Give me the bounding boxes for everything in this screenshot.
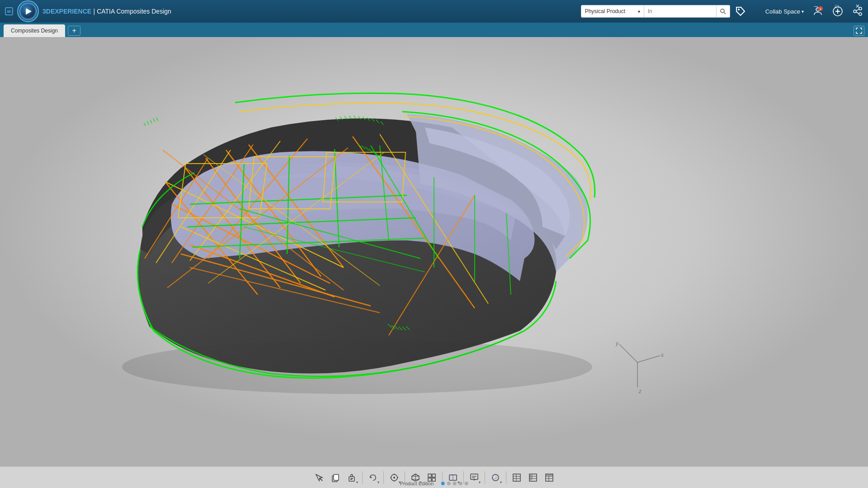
3d-model-view: y x z: [0, 37, 868, 466]
restore-button[interactable]: □: [826, 0, 847, 13]
table-rows-tool[interactable]: [509, 470, 524, 485]
fullscreen-icon: [856, 28, 862, 34]
app-title: 3DEXPERIENCE | CATIA Composites Design: [42, 7, 171, 15]
collab-arrow: ▾: [802, 9, 804, 14]
window-icon: 3D: [4, 6, 14, 17]
add-tab-button[interactable]: +: [68, 26, 80, 36]
svg-rect-111: [428, 474, 431, 477]
svg-text:3D: 3D: [7, 9, 11, 14]
svg-rect-124: [513, 474, 520, 481]
table-cols-tool[interactable]: [525, 470, 541, 485]
bottom-toolbar: Product Edition: [0, 466, 868, 488]
tag-icon: [735, 5, 746, 17]
search-icon: [720, 8, 726, 14]
tab-label: Composites Design: [11, 28, 58, 34]
select-filter-tool[interactable]: [311, 470, 327, 485]
collab-area[interactable]: Collab Space ▾: [765, 8, 804, 15]
svg-point-5: [721, 9, 724, 13]
collab-label: Collab Space: [765, 8, 800, 15]
fullscreen-button[interactable]: [854, 26, 864, 36]
svg-rect-98: [349, 477, 354, 481]
search-area: Physical Product ▾: [581, 5, 746, 18]
search-input[interactable]: [644, 5, 717, 18]
window-controls: ─ □ ✕: [806, 0, 868, 13]
copy-tool[interactable]: [328, 470, 343, 485]
viewport[interactable]: y x z: [0, 37, 868, 466]
svg-line-6: [724, 13, 726, 14]
minimize-button[interactable]: ─: [806, 0, 826, 13]
render-tool[interactable]: [488, 470, 503, 485]
paste-tool[interactable]: [344, 470, 359, 485]
status-bar: Product Edition: [400, 481, 468, 486]
table-full-tool[interactable]: [542, 470, 557, 485]
status-label: Product Edition: [400, 481, 434, 486]
search-button[interactable]: [717, 5, 730, 18]
status-dot-2: [447, 482, 450, 485]
tabs-bar: Composites Design +: [0, 23, 868, 37]
svg-text:z: z: [638, 388, 642, 394]
tab-composites-design[interactable]: Composites Design: [4, 24, 65, 37]
svg-rect-112: [432, 474, 435, 477]
app-logo: [17, 0, 39, 22]
svg-point-17: [859, 13, 862, 15]
svg-point-123: [494, 476, 495, 478]
search-dropdown[interactable]: Physical Product ▾: [581, 5, 644, 18]
dropdown-arrow: ▾: [638, 9, 640, 14]
close-button[interactable]: ✕: [847, 0, 868, 13]
svg-rect-131: [530, 474, 533, 480]
svg-text:y: y: [615, 340, 619, 347]
status-dot-1: [441, 482, 444, 485]
svg-text:x: x: [660, 352, 664, 358]
svg-point-102: [393, 477, 395, 479]
tag-button[interactable]: [735, 5, 746, 17]
annotation-tool[interactable]: [467, 470, 482, 485]
svg-rect-136: [546, 474, 553, 476]
svg-point-7: [738, 9, 740, 10]
title-bar: 3D 3DEXPERIENCE | CATIA Composites Desig…: [0, 0, 868, 23]
dropdown-label: Physical Product: [585, 8, 625, 14]
status-dot-3: [453, 482, 456, 485]
svg-rect-118: [471, 474, 478, 479]
undo-tool[interactable]: [365, 470, 381, 485]
svg-rect-117: [450, 475, 453, 480]
status-dot-4: [458, 482, 462, 485]
snap-tool[interactable]: [387, 470, 402, 485]
svg-rect-97: [334, 474, 339, 480]
svg-point-2: [20, 3, 36, 19]
status-dot-5: [464, 482, 468, 485]
svg-line-95: [320, 478, 322, 481]
